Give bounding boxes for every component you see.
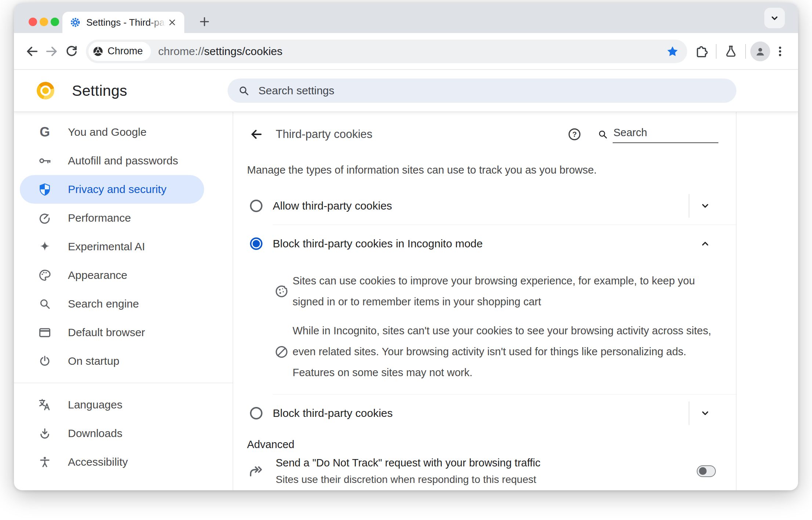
tab-title: Settings - Third-party cookies — [86, 17, 166, 28]
do-not-track-title: Send a "Do Not Track" request with your … — [276, 454, 540, 471]
toolbar-divider — [716, 44, 717, 59]
settings-search-bar[interactable] — [228, 79, 736, 103]
sidebar-divider — [14, 383, 233, 383]
sidebar-item-search-engine[interactable]: Search engine — [20, 290, 204, 318]
sidebar-item-you-and-google[interactable]: G You and Google — [20, 118, 204, 146]
option-block-incognito[interactable]: Block third-party cookies in Incognito m… — [248, 225, 721, 262]
svg-text:?: ? — [572, 130, 577, 138]
google-g-icon: G — [38, 125, 52, 139]
blocked-description-row: While in Incognito, sites can't use your… — [273, 320, 721, 383]
reload-button[interactable] — [62, 41, 81, 61]
radio-block-incognito[interactable] — [250, 237, 262, 250]
chevron-down-icon — [699, 407, 711, 419]
intro-text: Manage the types of information sites ca… — [247, 164, 721, 176]
sidebar-item-performance[interactable]: Performance — [20, 204, 204, 232]
new-tab-button[interactable] — [196, 13, 213, 30]
sidebar-item-default-browser[interactable]: Default browser — [20, 318, 204, 347]
sidebar-item-on-startup[interactable]: On startup — [20, 347, 204, 375]
settings-main: G You and Google Autofill and passwords — [14, 112, 798, 490]
sidebar-item-downloads[interactable]: Downloads — [20, 419, 204, 448]
browser-toolbar: Chrome chrome://settings/cookies — [14, 33, 798, 70]
cookie-description-row: Sites can use cookies to improve your br… — [273, 270, 721, 312]
settings-header: Settings — [14, 70, 798, 112]
maximize-window-button[interactable] — [51, 18, 59, 26]
labs-flask-icon[interactable] — [721, 41, 741, 61]
url-text[interactable]: chrome://settings/cookies — [158, 45, 283, 58]
sidebar-item-accessibility[interactable]: Accessibility — [20, 448, 204, 476]
profile-avatar[interactable] — [750, 41, 770, 61]
traffic-lights — [29, 18, 59, 26]
browser-window: Settings - Third-party cookies — [14, 3, 798, 490]
tab-search-button[interactable] — [764, 8, 785, 28]
toolbar-divider — [745, 44, 746, 59]
settings-gear-favicon-icon — [70, 17, 81, 28]
do-not-track-arrow-icon — [248, 463, 264, 479]
back-button[interactable] — [22, 41, 42, 61]
sidebar-item-experimental-ai[interactable]: Experimental AI — [20, 232, 204, 261]
chrome-logo-icon — [93, 46, 104, 57]
accessibility-person-icon — [38, 455, 52, 469]
palette-icon — [38, 268, 52, 282]
option-allow-third-party-cookies[interactable]: Allow third-party cookies — [248, 187, 721, 225]
browser-menu-kebab-icon[interactable] — [770, 41, 790, 61]
page-search-input[interactable] — [613, 126, 718, 143]
content-right-gutter — [736, 112, 798, 490]
page-title: Third-party cookies — [276, 128, 373, 141]
help-icon[interactable]: ? — [566, 126, 583, 142]
forward-button[interactable] — [42, 41, 62, 61]
content-header: Third-party cookies ? — [233, 112, 736, 153]
settings-sidebar: G You and Google Autofill and passwords — [14, 112, 233, 490]
translate-icon — [38, 398, 52, 412]
chrome-chip-label: Chrome — [108, 46, 143, 57]
chevron-up-icon — [699, 238, 711, 250]
back-arrow-icon[interactable] — [249, 127, 263, 141]
cookie-description-text: Sites can use cookies to improve your br… — [293, 270, 721, 312]
search-icon — [597, 129, 608, 140]
extensions-icon[interactable] — [692, 41, 711, 61]
speedometer-icon — [38, 211, 52, 225]
tab-strip: Settings - Third-party cookies — [14, 3, 798, 33]
blocked-icon — [273, 344, 290, 360]
bookmark-star-icon[interactable] — [664, 43, 681, 59]
expand-block-button[interactable] — [689, 401, 721, 425]
radio-allow[interactable] — [250, 200, 262, 212]
tab-title-fade — [149, 17, 166, 28]
settings-content: Third-party cookies ? Manage the types o… — [233, 112, 736, 490]
close-window-button[interactable] — [29, 18, 37, 26]
sidebar-item-appearance[interactable]: Appearance — [20, 261, 204, 290]
radio-block[interactable] — [250, 407, 262, 419]
chrome-canary-logo — [37, 82, 54, 99]
url-path: settings/cookies — [204, 45, 282, 57]
advanced-section-label: Advanced — [247, 439, 736, 451]
do-not-track-subtitle: Sites use their discretion when respondi… — [276, 471, 540, 488]
page-search[interactable] — [597, 126, 718, 143]
download-icon — [38, 426, 52, 440]
do-not-track-text: Send a "Do Not Track" request with your … — [276, 454, 540, 488]
expand-allow-button[interactable] — [689, 194, 721, 218]
power-icon — [38, 354, 52, 368]
cookie-icon — [273, 283, 290, 299]
blocked-description-text: While in Incognito, sites can't use your… — [293, 320, 721, 383]
key-icon — [38, 154, 52, 168]
settings-search-input[interactable] — [258, 84, 732, 97]
option-block-third-party-cookies[interactable]: Block third-party cookies — [248, 394, 721, 432]
sidebar-item-autofill[interactable]: Autofill and passwords — [20, 146, 204, 175]
collapse-incognito-button[interactable] — [689, 232, 721, 255]
sidebar-item-privacy-and-security[interactable]: Privacy and security — [20, 175, 204, 204]
magnifier-icon — [38, 297, 52, 311]
chevron-down-icon — [699, 200, 711, 212]
url-scheme: chrome:// — [158, 45, 204, 57]
address-bar[interactable]: Chrome chrome://settings/cookies — [86, 40, 687, 63]
sidebar-item-languages[interactable]: Languages — [20, 390, 204, 419]
chrome-site-chip[interactable]: Chrome — [88, 42, 151, 61]
browser-window-icon — [38, 326, 52, 339]
shield-icon — [38, 182, 52, 196]
do-not-track-toggle[interactable] — [697, 465, 716, 477]
tab-settings[interactable]: Settings - Third-party cookies — [62, 12, 184, 33]
sparkle-icon — [38, 240, 52, 254]
search-icon — [238, 85, 250, 97]
settings-title: Settings — [72, 82, 127, 99]
do-not-track-row: Send a "Do Not Track" request with your … — [248, 454, 716, 488]
minimize-window-button[interactable] — [40, 18, 48, 26]
tab-close-icon[interactable] — [166, 16, 178, 29]
